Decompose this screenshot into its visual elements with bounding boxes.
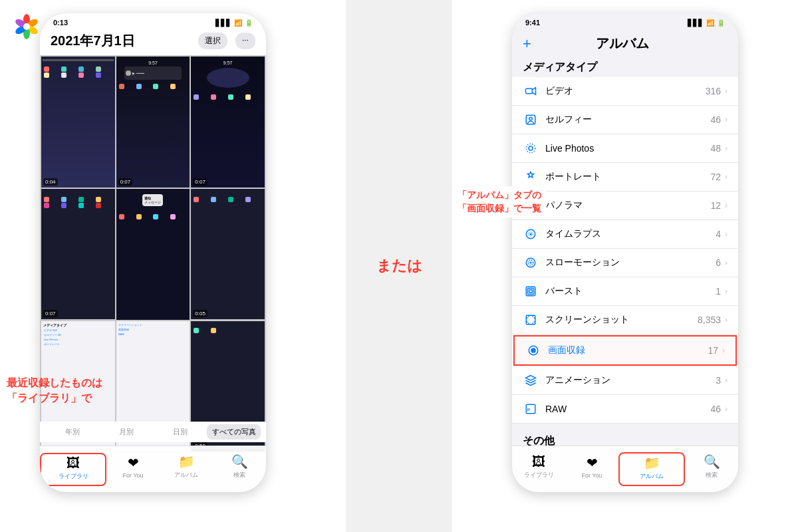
panorama-label: パノラマ: [545, 200, 710, 211]
battery-icon: 🔋: [245, 19, 253, 27]
middle-section: または: [346, 0, 452, 532]
svg-point-11: [529, 146, 533, 150]
album-row-burst[interactable]: バースト 1 ›: [512, 277, 738, 306]
tab-foryou-label: For You: [122, 472, 143, 479]
selfie-chevron: ›: [725, 115, 728, 124]
video-icon: [523, 83, 539, 99]
selfie-label: セルフィー: [545, 114, 710, 126]
tab-library-right[interactable]: 🖼 ライブラリ: [512, 454, 565, 485]
wifi-icon: 📶: [234, 19, 242, 27]
photo-cell-2[interactable]: 9:57 ▶ ━━━━ 0:07: [116, 57, 190, 188]
album-row-animation[interactable]: アニメーション 3 ›: [512, 366, 738, 395]
time-badge-3: 0:07: [193, 178, 207, 186]
raw-label: RAW: [545, 404, 710, 414]
tab-foryou[interactable]: ❤ For You: [106, 455, 160, 484]
more-button[interactable]: ···: [235, 33, 255, 49]
right-signal-icon: ▋▋▋: [688, 19, 704, 27]
svg-rect-23: [526, 315, 535, 325]
time-badge-1: 0:04: [43, 178, 58, 186]
right-tab-bar: 🖼 ライブラリ ❤ For You 📁 アルバム 🔍 検索: [512, 446, 738, 492]
portrait-count: 72: [710, 172, 721, 182]
right-wifi-icon: 📶: [706, 19, 714, 27]
svg-point-25: [531, 348, 535, 352]
album-row-selfie[interactable]: セルフィー 46 ›: [512, 106, 738, 134]
tab-library-label-right: ライブラリ: [524, 471, 554, 479]
video-count: 316: [706, 86, 721, 96]
burst-label: バースト: [545, 285, 716, 297]
portrait-icon: [523, 169, 539, 185]
search-tab-icon-right: 🔍: [704, 454, 720, 469]
tab-library-label: ライブラリ: [59, 472, 88, 481]
animation-chevron: ›: [725, 376, 728, 385]
screenrecord-label: 画面収録: [548, 344, 708, 356]
tab-foryou-label-right: For You: [581, 472, 602, 479]
album-row-livephotos[interactable]: Live Photos 48 ›: [512, 134, 738, 163]
photo-cell-6[interactable]: 0:05: [191, 189, 265, 320]
screenrecord-chevron: ›: [722, 346, 725, 355]
portrait-label: ポートレート: [545, 171, 710, 183]
tab-library[interactable]: 🖼 ライブラリ: [40, 453, 106, 486]
svg-point-7: [23, 23, 30, 30]
seg-day[interactable]: 日別: [153, 424, 207, 440]
library-tab-icon-right: 🖼: [532, 454, 545, 469]
tab-album-label-left: アルバム: [174, 471, 198, 479]
svg-point-19: [530, 262, 531, 263]
album-scroll-area[interactable]: メディアタイプ ビデオ 316 › セルフィー 4: [512, 55, 738, 461]
seg-month[interactable]: 月別: [99, 424, 153, 440]
slowmo-count: 6: [716, 257, 721, 268]
raw-icon: R: [523, 401, 539, 417]
media-type-list: ビデオ 316 › セルフィー 46 ›: [512, 77, 738, 424]
right-phone-screen: 9:41 ▋▋▋ 📶 🔋 + アルバム メディアタイプ ビデ: [512, 13, 738, 492]
livephotos-chevron: ›: [725, 144, 728, 153]
annotation-line1: 最近収録したものは: [7, 377, 102, 388]
album-row-screenshot[interactable]: スクリーンショット 8,353 ›: [512, 306, 738, 334]
screenshot-chevron: ›: [725, 315, 728, 325]
foryou-tab-icon-right: ❤: [587, 455, 598, 471]
time-badge-2: 0:07: [118, 178, 133, 186]
selfie-icon: [523, 112, 539, 128]
photo-cell-5[interactable]: 通知 メッセージ: [116, 189, 190, 320]
seg-all[interactable]: すべての写真: [207, 424, 261, 440]
annotation-line2: 「ライブラリ」で: [7, 392, 92, 404]
svg-point-16: [530, 233, 531, 235]
select-button[interactable]: 選択: [198, 33, 227, 49]
screenshot-label: スクリーンショット: [545, 314, 698, 326]
livephotos-icon: [523, 140, 539, 156]
tab-search-label-left: 検索: [233, 471, 245, 479]
burst-icon: [523, 283, 539, 299]
album-row-slowmo[interactable]: スローモーション 6 ›: [512, 249, 738, 277]
photo-cell-4[interactable]: 0:07: [41, 189, 115, 320]
right-battery-icon: 🔋: [717, 19, 725, 27]
add-album-button[interactable]: +: [523, 35, 531, 53]
svg-text:R: R: [527, 408, 531, 412]
tab-album-left[interactable]: 📁 アルバム: [160, 454, 213, 485]
timelapse-count: 4: [716, 229, 721, 239]
right-annotation-line2: 「画面収録」で一覧: [458, 203, 541, 213]
status-time: 0:13: [53, 19, 68, 27]
time-segment-control: 年別 月別 日別 すべての写真: [40, 422, 266, 442]
raw-count: 46: [710, 404, 721, 414]
svg-rect-21: [528, 289, 534, 295]
svg-rect-8: [526, 88, 533, 94]
album-row-video[interactable]: ビデオ 316 ›: [512, 77, 738, 106]
raw-chevron: ›: [725, 404, 728, 414]
tab-search-right[interactable]: 🔍 検索: [685, 454, 738, 485]
album-row-raw[interactable]: R RAW 46 ›: [512, 395, 738, 424]
tab-search-left[interactable]: 🔍 検索: [213, 454, 266, 485]
left-phone-screen: 0:13 ▋▋▋ 📶 🔋 2021年7月1日 選択 ···: [40, 13, 266, 492]
seg-year[interactable]: 年別: [45, 424, 99, 440]
album-row-screenrecord[interactable]: 画面収録 17 ›: [513, 335, 737, 366]
photo-cell-1[interactable]: 0:04: [41, 57, 115, 188]
svg-point-12: [526, 144, 535, 153]
album-row-timelapse[interactable]: タイムラプス 4 ›: [512, 220, 738, 249]
left-tab-bar: 🖼 ライブラリ ❤ For You 📁 アルバム 🔍 検索: [40, 446, 266, 492]
selfie-count: 46: [710, 114, 721, 125]
tab-album-right[interactable]: 📁 アルバム: [618, 452, 685, 486]
right-panel: 9:41 ▋▋▋ 📶 🔋 + アルバム メディアタイプ ビデ: [452, 0, 798, 532]
video-chevron: ›: [725, 86, 728, 96]
photo-cell-3[interactable]: 9:57 0:07: [191, 57, 265, 188]
library-tab-icon: 🖼: [66, 456, 80, 471]
signal-icon: ▋▋▋: [215, 19, 231, 27]
time-badge-5: 0:05: [193, 310, 207, 317]
tab-foryou-right[interactable]: ❤ For You: [565, 455, 618, 484]
